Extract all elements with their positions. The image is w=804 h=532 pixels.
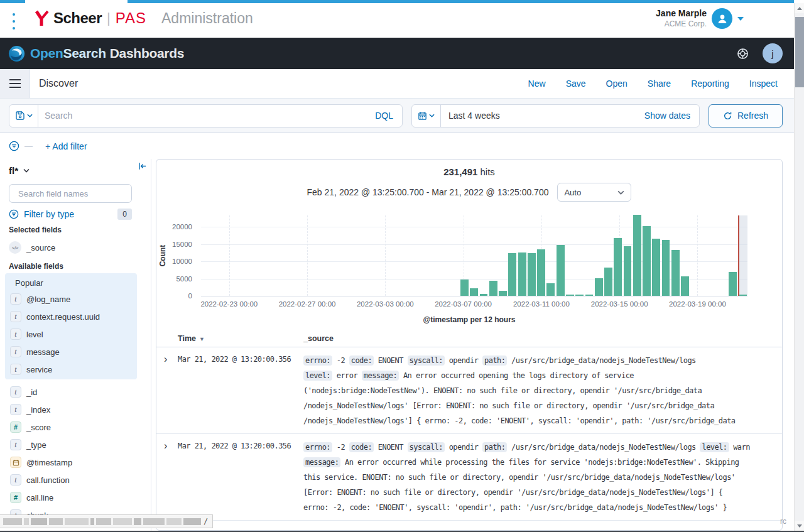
user-dropdown-caret-icon[interactable] (737, 17, 744, 21)
redacted-url-block (24, 518, 29, 525)
field-type-string-icon: t (10, 404, 21, 415)
time-range-value[interactable]: Last 4 weeks (441, 111, 644, 121)
refresh-icon (723, 111, 732, 121)
time-range-display: Feb 21, 2022 @ 13:25:00.700 - Mar 21, 20… (307, 187, 549, 197)
field-item-level[interactable]: tlevel (5, 325, 137, 343)
v-gridline (697, 215, 698, 296)
y-tick-label: 0 (157, 292, 192, 300)
x-tick-label: 2022-03-07 00:00 (435, 300, 492, 308)
row-time: Mar 21, 2022 @ 13:20:00.356 (178, 440, 303, 515)
user-avatar-icon[interactable] (712, 8, 732, 29)
field-search-input[interactable] (18, 189, 129, 198)
saved-query-menu-button[interactable] (9, 105, 38, 127)
opensearch-logo: OpenSearchDashboards (8, 45, 184, 62)
field-type-string-icon: t (10, 328, 21, 340)
row-source: errno: -2 code: ENOENT syscall: opendir … (303, 440, 777, 515)
field-key-chip: code: (349, 356, 374, 366)
time-column-header[interactable]: Time▼ (178, 334, 303, 343)
field-item-message[interactable]: tmessage (5, 343, 137, 361)
field-key-chip: path: (482, 356, 507, 366)
index-pattern-name: fl* (9, 165, 18, 176)
filter-icon (9, 209, 19, 219)
field-item-_id[interactable]: t_id (5, 383, 137, 401)
field-item-_source[interactable]: </>_source (0, 239, 151, 256)
collapse-sidebar-button[interactable] (136, 160, 148, 175)
index-pattern-selector[interactable]: fl* (0, 161, 151, 178)
nav-link-inspect[interactable]: Inspect (749, 79, 778, 89)
field-type-string-icon: t (10, 474, 21, 486)
field-item-call.function[interactable]: tcall.function (5, 471, 137, 489)
browser-status-tooltip: / (0, 514, 213, 528)
refresh-button[interactable]: Refresh (709, 104, 783, 128)
field-item-@log_name[interactable]: t@log_name (5, 290, 137, 308)
source-field-icon: </> (9, 241, 21, 254)
redacted-url-block (166, 518, 182, 525)
hits-count: 231,491 (443, 166, 477, 177)
row-source: errno: -2 code: ENOENT syscall: opendir … (303, 353, 777, 428)
selected-fields-heading: Selected fields (0, 225, 70, 234)
hits-label: hits (481, 166, 495, 177)
y-tick-label: 10000 (157, 258, 192, 265)
field-item-context.request.uuid[interactable]: tcontext.request.uuid (5, 308, 137, 325)
osd-user-avatar[interactable]: j (763, 43, 783, 63)
nav-link-open[interactable]: Open (606, 79, 627, 89)
date-quick-select-button[interactable] (412, 105, 441, 127)
field-item-@timestamp[interactable]: @timestamp (5, 453, 137, 471)
histogram-bar (508, 253, 516, 296)
x-tick-label: 2022-03-19 00:00 (669, 300, 726, 308)
scheer-logo-icon (35, 9, 50, 27)
section-title: Administration (161, 10, 253, 27)
help-icon[interactable] (737, 48, 749, 60)
x-tick-label: 2022-03-03 00:00 (357, 300, 414, 308)
kebab-menu-icon[interactable] (11, 13, 16, 30)
field-key-chip: message: (362, 371, 399, 381)
scroll-up-arrow[interactable] (795, 3, 804, 13)
histogram-bar (652, 239, 660, 296)
vertical-scrollbar[interactable] (794, 3, 804, 531)
histogram-bar (528, 253, 536, 296)
scrollbar-thumb[interactable] (795, 17, 804, 87)
nav-link-share[interactable]: Share (648, 79, 671, 89)
field-item-_type[interactable]: t_type (5, 436, 137, 453)
popular-heading: Popular (5, 277, 137, 290)
histogram-bar (557, 245, 565, 296)
opensearch-logo-icon (8, 45, 25, 62)
opensearch-brand-text: OpenSearchDashboards (30, 46, 184, 61)
user-name: Jane Marple (656, 8, 707, 19)
interval-select[interactable]: Auto (557, 183, 631, 202)
user-menu[interactable]: Jane Marple ACME Corp. (656, 8, 744, 29)
filter-by-type-button[interactable]: Filter by type 0 (9, 209, 132, 220)
expand-row-button[interactable]: › (161, 440, 178, 515)
filter-bar: — + Add filter (0, 133, 794, 159)
y-tick-label: 15000 (157, 241, 192, 248)
scroll-down-arrow[interactable] (795, 521, 804, 531)
histogram-bar (480, 294, 488, 296)
expand-row-button[interactable]: › (161, 353, 178, 428)
available-fields-list: t_idt_index#_scoret_type@timestamptcall.… (5, 379, 137, 524)
field-item-_score[interactable]: #_score (5, 418, 137, 436)
pas-wordmark: PAS (116, 9, 146, 27)
scheer-header: Scheer | PAS Administration Jane Marple … (0, 3, 794, 38)
add-filter-button[interactable]: + Add filter (45, 141, 87, 151)
histogram-bar (566, 295, 574, 296)
v-gridline (385, 215, 386, 296)
redacted-url-block (134, 518, 141, 525)
nav-link-new[interactable]: New (528, 79, 546, 89)
popular-fields-box: Popular t@log_nametcontext.request.uuidt… (5, 273, 137, 379)
field-item-_index[interactable]: t_index (5, 401, 137, 418)
query-language-button[interactable]: DQL (366, 111, 402, 121)
field-key-chip: syscall: (408, 356, 445, 366)
date-picker: Last 4 weeks Show dates (411, 104, 700, 128)
filter-icon[interactable] (9, 141, 19, 151)
histogram-bar (729, 272, 737, 296)
redacted-url-block (96, 518, 111, 525)
field-key-chip: message: (303, 457, 340, 467)
show-dates-button[interactable]: Show dates (644, 111, 699, 121)
v-gridline (229, 215, 230, 296)
nav-link-reporting[interactable]: Reporting (691, 79, 729, 89)
field-item-call.line[interactable]: #call.line (5, 489, 137, 506)
sidebar-toggle-button[interactable] (0, 69, 30, 98)
nav-link-save[interactable]: Save (566, 79, 586, 89)
search-input[interactable] (38, 111, 366, 121)
field-item-service[interactable]: tservice (5, 361, 137, 378)
